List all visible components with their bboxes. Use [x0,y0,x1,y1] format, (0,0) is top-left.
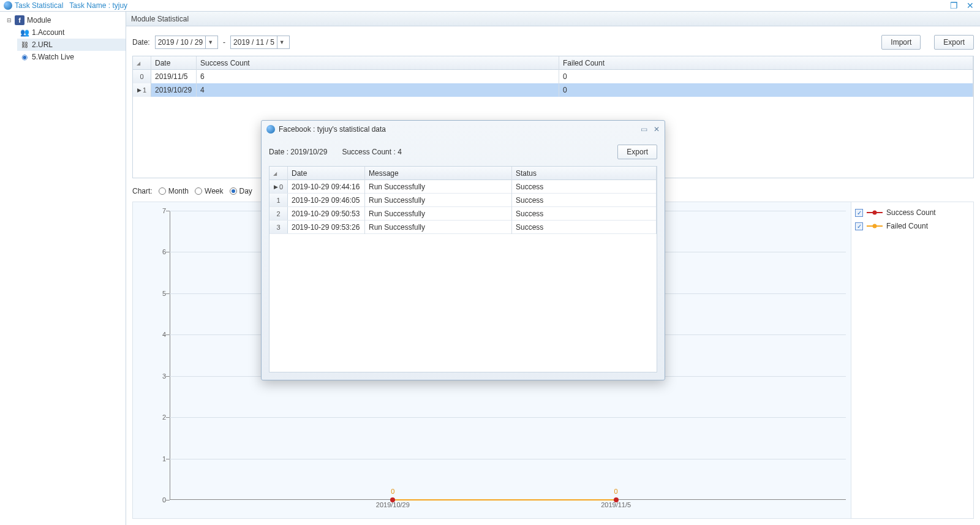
col-header-date[interactable]: Date [151,56,197,70]
cell-status: Success [512,207,657,221]
y-tick [166,293,170,294]
row-header-cell: ◢ [133,56,151,70]
cell-message: Run Successfully [365,207,512,221]
cell-failed: 0 [559,83,973,97]
cell-message: Run Successfully [365,221,512,234]
cell-date: 2019-10-29 09:50:53 [288,207,365,221]
dialog-success-line: Success Count : 4 [342,148,401,156]
row-indicator: ▶0 [270,180,288,193]
panel-heading-text: Module Statistical [131,15,189,23]
tree-item-label: 2.URL [32,40,53,49]
detail-table: ◢ Date Message Status ▶02019-10-29 09:44… [269,166,657,372]
radio-icon [195,187,202,195]
legend-label: Failed Count [886,222,928,230]
radio-icon [230,187,237,195]
module-tree: ⊟ f Module 👥 1.Account ⛓ 2.URL ◉ 5.Watch… [0,12,126,525]
dialog-close-icon[interactable]: ✕ [654,125,660,134]
col-header-status[interactable]: Status [512,167,657,180]
dialog-export-button[interactable]: Export [617,145,657,159]
date-from-picker[interactable]: 2019 / 10 / 29 ▼ [155,36,218,49]
col-header-date[interactable]: Date [288,167,365,180]
cell-date: 2019-10-29 09:46:05 [288,194,365,207]
checkbox-icon[interactable]: ✓ [855,209,863,217]
chart-option-day[interactable]: Day [230,187,252,195]
tree-item-url[interactable]: ⛓ 2.URL [17,39,126,51]
chart-option-label: Day [239,187,252,195]
dialog-date-line: Date : 2019/10/29 [269,148,327,156]
y-axis-line [170,211,170,500]
date-from-value: 2019 / 10 / 29 [158,38,203,47]
cell-date: 2019-10-29 09:44:16 [288,180,365,194]
tree-root-label: Module [27,16,51,25]
row-indicator: ▶1 [133,83,151,97]
col-header-message[interactable]: Message [365,167,512,180]
y-tick [166,252,170,252]
row-indicator: 3 [270,221,288,233]
legend-item-failed[interactable]: ✓ Failed Count [855,219,970,233]
dialog-minimize-icon[interactable]: ▭ [641,125,647,134]
chevron-down-icon[interactable]: ▼ [277,36,287,48]
tree-item-label: 5.Watch Live [32,53,74,61]
table-row[interactable]: ▶12019/10/2940 [133,83,973,97]
data-label: 0 [614,488,618,495]
table-row[interactable]: 32019-10-29 09:53:26Run SuccessfullySucc… [270,221,657,234]
chart-option-month[interactable]: Month [159,187,189,195]
titlebar: Task Statistical Task Name : tyjuy ❐ ✕ [0,0,980,11]
table-row[interactable]: 02019/11/560 [133,70,973,83]
data-label: 0 [391,488,394,495]
cell-status: Success [512,221,657,234]
export-button[interactable]: Export [934,35,974,50]
legend-swatch [867,210,883,216]
gridline [170,459,846,459]
row-indicator: 2 [270,207,288,220]
window-restore-icon[interactable]: ❐ [950,1,958,10]
table-row[interactable]: 22019-10-29 09:50:53Run SuccessfullySucc… [270,207,657,221]
app-icon [4,1,12,10]
date-separator: - [223,38,225,47]
cell-date: 2019/10/29 [151,83,197,97]
import-button[interactable]: Import [881,35,921,50]
tree-root-module[interactable]: ⊟ f Module [4,14,126,26]
dialog-titlebar[interactable]: Facebook : tyjuy's statistical data ▭ ✕ [262,121,665,138]
cell-message: Run Successfully [365,194,512,207]
legend-item-success[interactable]: ✓ Success Count [855,206,970,219]
data-point [614,497,619,502]
col-header-success[interactable]: Success Count [197,56,559,70]
export-button-label: Export [943,38,965,47]
col-header-failed[interactable]: Failed Count [559,56,973,70]
row-indicator: 0 [133,70,151,83]
y-tick [166,500,170,500]
tree-collapse-icon[interactable]: ⊟ [6,17,12,23]
checkbox-icon[interactable]: ✓ [855,222,863,230]
legend-swatch [867,223,883,229]
app-title: Task Statistical [15,1,63,10]
chevron-down-icon[interactable]: ▼ [205,36,215,48]
y-tick [166,334,170,335]
chart-legend: ✓ Success Count ✓ Failed Count [851,202,973,518]
row-header-cell: ◢ [270,167,288,180]
chart-option-label: Week [205,187,223,195]
facebook-icon: f [15,15,24,25]
users-icon: 👥 [20,28,29,37]
row-indicator: 1 [270,194,288,206]
date-filter-row: Date: 2019 / 10 / 29 ▼ - 2019 / 11 / 5 ▼… [126,26,980,56]
tree-item-account[interactable]: 👥 1.Account [17,26,126,39]
table-row[interactable]: 12019-10-29 09:46:05Run SuccessfullySucc… [270,194,657,207]
cell-success: 6 [197,70,559,83]
y-tick [166,211,170,211]
y-tick [166,459,170,459]
cell-date: 2019-10-29 09:53:26 [288,221,365,234]
date-to-picker[interactable]: 2019 / 11 / 5 ▼ [230,36,290,49]
cell-failed: 0 [559,70,973,83]
cell-date: 2019/11/5 [151,70,197,83]
tree-item-watch-live[interactable]: ◉ 5.Watch Live [17,51,126,63]
chart-option-label: Month [168,187,189,195]
gridline [170,417,846,418]
cell-success: 4 [197,83,559,97]
dialog-title-text: Facebook : tyjuy's statistical data [279,125,386,134]
window-close-icon[interactable]: ✕ [967,1,974,10]
table-row[interactable]: ▶02019-10-29 09:44:16Run SuccessfullySuc… [270,180,657,194]
radio-icon [159,187,166,195]
chart-option-week[interactable]: Week [195,187,223,195]
data-point [390,497,395,502]
